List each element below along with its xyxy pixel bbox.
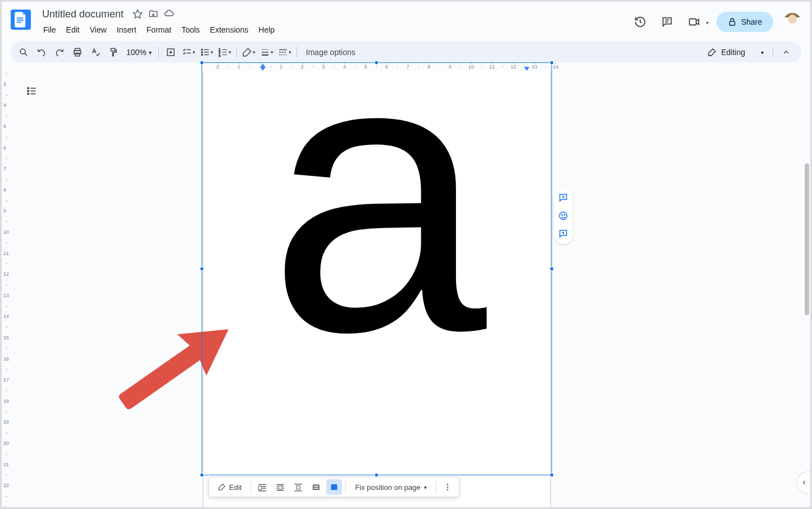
numbered-list-icon[interactable]: 123▾ [216, 44, 233, 61]
share-button[interactable]: Share [717, 12, 773, 32]
toolbar: 100% ▾ ▾ ▾ 123▾ ▾ ▾ ▾ Image options Edit… [11, 41, 801, 63]
wrap-inline-icon[interactable] [254, 479, 270, 495]
menu-view[interactable]: View [85, 23, 111, 37]
menu-format[interactable]: Format [142, 23, 176, 37]
indent-marker-bottom[interactable] [260, 67, 266, 71]
svg-point-37 [28, 93, 29, 95]
menu-tools[interactable]: Tools [177, 23, 204, 37]
editing-mode-dropdown[interactable]: Editing ▾ [703, 46, 768, 59]
move-icon[interactable] [148, 9, 158, 19]
svg-rect-6 [729, 21, 735, 25]
menu-edit[interactable]: Edit [62, 23, 84, 37]
comments-icon[interactable] [658, 12, 677, 31]
spellcheck-icon[interactable] [87, 44, 104, 61]
svg-rect-57 [277, 488, 278, 489]
image-context-toolbar: Edit Fix position on page ▾ [208, 477, 459, 497]
resize-handle-bl[interactable] [200, 473, 204, 477]
edit-image-button[interactable]: Edit [212, 479, 247, 495]
scroll-thumb[interactable] [805, 163, 809, 315]
side-panel-toggle[interactable] [797, 471, 810, 494]
svg-rect-54 [279, 486, 282, 489]
border-dash-icon[interactable]: ▾ [276, 44, 293, 61]
image-options-button[interactable]: Image options [300, 48, 361, 57]
resize-handle-br[interactable] [550, 473, 554, 477]
document-page[interactable]: a [203, 71, 551, 507]
vertical-ruler[interactable]: 345678910111213141516171819202122 [2, 71, 12, 507]
search-icon[interactable] [15, 44, 32, 61]
bulleted-list-icon[interactable]: ▾ [198, 44, 215, 61]
menu-file[interactable]: File [39, 23, 61, 37]
suggest-edits-icon[interactable] [556, 226, 571, 241]
in-front-text-icon[interactable] [326, 479, 342, 495]
svg-point-17 [201, 49, 202, 50]
history-icon[interactable] [631, 12, 650, 31]
star-icon[interactable] [133, 9, 143, 19]
print-icon[interactable] [69, 44, 86, 61]
svg-point-19 [201, 54, 202, 55]
more-options-icon[interactable] [440, 479, 455, 495]
cloud-status-icon[interactable] [164, 9, 174, 19]
docs-file-icon [15, 12, 27, 28]
emoji-reaction-icon[interactable] [556, 208, 571, 223]
resize-handle-mr[interactable] [550, 267, 554, 271]
wrap-text-icon[interactable] [272, 479, 288, 495]
canvas[interactable]: 211234567891011121314 345678910111213141… [2, 62, 810, 507]
svg-rect-64 [313, 485, 321, 487]
outline-toggle-icon[interactable] [23, 83, 40, 99]
menu-insert[interactable]: Insert [112, 23, 141, 37]
svg-rect-66 [313, 489, 321, 490]
svg-rect-30 [262, 52, 268, 53]
svg-point-35 [28, 88, 29, 89]
svg-point-73 [446, 489, 448, 490]
svg-point-46 [562, 215, 563, 216]
collapse-toolbar-icon[interactable] [778, 44, 795, 61]
break-text-icon[interactable] [290, 479, 306, 495]
menu-extensions[interactable]: Extensions [206, 23, 253, 37]
svg-rect-56 [283, 487, 284, 488]
undo-icon[interactable] [33, 44, 50, 61]
docs-logo[interactable] [11, 10, 31, 30]
zoom-dropdown[interactable]: 100% ▾ [123, 48, 155, 57]
right-margin-marker[interactable] [524, 67, 530, 71]
resize-handle-ml[interactable] [200, 267, 204, 271]
vertical-scrollbar[interactable] [802, 62, 810, 343]
behind-text-icon[interactable] [308, 479, 324, 495]
svg-rect-0 [17, 17, 24, 19]
checklist-icon[interactable]: ▾ [180, 44, 197, 61]
document-title[interactable]: Untitled document [39, 7, 127, 21]
svg-line-8 [25, 53, 27, 56]
svg-text:3: 3 [218, 54, 220, 57]
svg-rect-65 [313, 487, 321, 488]
share-label: Share [741, 17, 762, 26]
menu-help[interactable]: Help [254, 23, 279, 37]
svg-rect-62 [295, 490, 303, 492]
pencil-icon [708, 48, 717, 57]
svg-rect-52 [259, 490, 267, 492]
border-weight-icon[interactable]: ▾ [258, 44, 275, 61]
selected-image-glyph[interactable]: a [231, 99, 546, 380]
paint-format-icon[interactable] [105, 44, 122, 61]
svg-rect-42 [118, 344, 202, 411]
border-color-icon[interactable]: ▾ [240, 44, 257, 61]
meet-icon[interactable] [685, 12, 704, 31]
resize-handle-bm[interactable] [375, 473, 378, 477]
svg-rect-5 [689, 19, 696, 25]
avatar[interactable] [783, 13, 801, 31]
suggestion-sidebar [554, 187, 573, 244]
svg-rect-60 [295, 484, 303, 485]
svg-rect-59 [277, 490, 285, 491]
add-comment-side-icon[interactable] [556, 190, 571, 205]
svg-text:a: a [268, 99, 489, 380]
lock-icon [728, 17, 737, 26]
horizontal-ruler[interactable]: 211234567891011121314 [17, 62, 795, 71]
svg-point-7 [20, 49, 25, 54]
svg-rect-50 [262, 487, 266, 488]
add-comment-icon[interactable] [162, 44, 179, 61]
svg-point-47 [564, 215, 565, 216]
fix-position-dropdown[interactable]: Fix position on page ▾ [349, 479, 432, 495]
svg-rect-53 [277, 484, 285, 485]
svg-point-45 [559, 212, 567, 220]
svg-point-71 [446, 484, 448, 485]
redo-icon[interactable] [51, 44, 68, 61]
meet-dropdown[interactable] [705, 17, 709, 27]
